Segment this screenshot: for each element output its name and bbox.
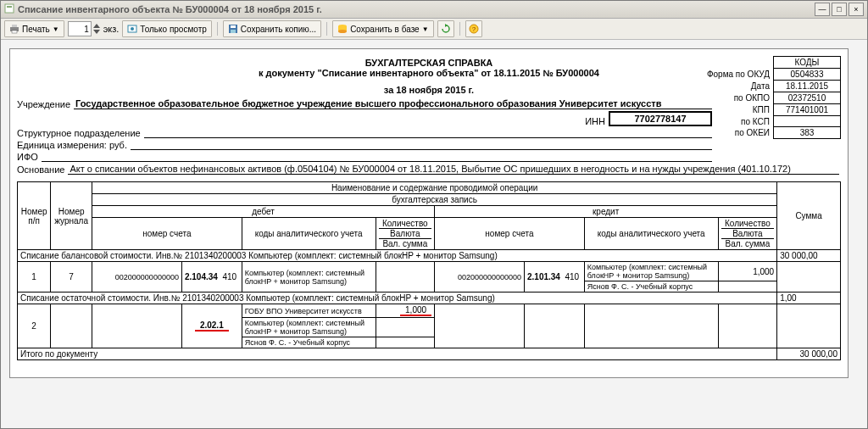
app-icon bbox=[4, 3, 14, 15]
section2-row: Списание остаточной стоимости. Инв.№ 210… bbox=[18, 292, 841, 304]
th-jrn: Номер журнала bbox=[51, 182, 92, 250]
r2-d-anal3: Яснов Ф. С. - Учебный корпус bbox=[242, 337, 376, 348]
maximize-button[interactable]: □ bbox=[832, 3, 847, 16]
section2-sum: 1,00 bbox=[777, 292, 841, 304]
section1-title: Списание балансовой стоимости. Инв.№ 210… bbox=[18, 250, 777, 262]
svg-point-14 bbox=[338, 30, 347, 33]
dept-label: Структурное подразделение bbox=[17, 128, 141, 138]
preview-label: Только просмотр bbox=[140, 25, 206, 34]
svg-rect-4 bbox=[12, 31, 17, 33]
r1-d-anal: Компьютер (комплект: системный блокHP + … bbox=[242, 262, 376, 292]
kpp-label: КПП bbox=[704, 104, 774, 116]
window-title: Списание инвентарного объекта № БУ000004… bbox=[18, 4, 813, 14]
preview-button[interactable]: Только просмотр bbox=[122, 20, 211, 37]
spinner-icon[interactable] bbox=[93, 23, 100, 35]
inn-label: ИНН bbox=[585, 116, 605, 126]
separator bbox=[217, 22, 218, 36]
code-ksp bbox=[774, 116, 841, 127]
svg-rect-3 bbox=[12, 25, 17, 27]
codes-box: КОДЫ Форма по ОКУД0504833 Дата18.11.2015… bbox=[704, 56, 841, 139]
minimize-button[interactable]: — bbox=[815, 3, 830, 16]
form-okud: 0504833 bbox=[774, 69, 841, 81]
refresh-icon bbox=[441, 24, 451, 34]
separator bbox=[326, 22, 327, 36]
r2-d-anal1: ГОБУ ВПО Университет искусств bbox=[242, 304, 376, 318]
copies-input[interactable] bbox=[68, 21, 92, 36]
th-c-anal: коды аналитического учета bbox=[584, 218, 718, 250]
th-d-qty: Количество bbox=[379, 219, 432, 229]
r1-c-qty: 1,000 bbox=[718, 262, 777, 281]
th-d-anal: коды аналитического учета bbox=[242, 218, 376, 250]
help-icon: ? bbox=[469, 24, 479, 34]
help-button[interactable]: ? bbox=[465, 20, 482, 37]
r2-d-qty: 1,000 bbox=[400, 305, 431, 316]
r1-c-sub: 410 bbox=[565, 272, 580, 281]
totals-row: Итого по документу 30 000,00 bbox=[18, 348, 841, 360]
okei-label: по ОКЕИ bbox=[704, 127, 774, 139]
org-label: Учреждение bbox=[17, 99, 70, 109]
th-c-cur: Валюта bbox=[721, 229, 775, 239]
inn-value: 7702778147 bbox=[609, 111, 712, 126]
org-value: Государственное образовательное бюджетно… bbox=[74, 98, 712, 109]
th-entry: бухгалтерская запись bbox=[92, 194, 777, 206]
codes-header: КОДЫ bbox=[774, 57, 841, 69]
r1-c-code: 002000000000000 bbox=[435, 262, 525, 292]
ifo-value bbox=[42, 161, 712, 162]
document-area[interactable]: КОДЫ Форма по ОКУД0504833 Дата18.11.2015… bbox=[1, 40, 867, 428]
dropdown-icon: ▼ bbox=[422, 25, 429, 33]
th-c-vsum: Вал. сумма bbox=[721, 239, 775, 248]
th-credit: кредит bbox=[435, 206, 777, 218]
dropdown-icon: ▼ bbox=[53, 25, 59, 33]
th-d-cur: Валюта bbox=[379, 229, 432, 239]
code-date: 18.11.2015 bbox=[774, 81, 841, 92]
th-no: Номер п/п bbox=[18, 182, 51, 250]
date-label: Дата bbox=[704, 81, 774, 92]
dept-value bbox=[144, 137, 712, 138]
r1-c-anal1: Компьютер (комплект: системный блокHP + … bbox=[584, 262, 718, 281]
code-okpo: 02372510 bbox=[774, 92, 841, 104]
th-c-qty: Количество bbox=[721, 219, 775, 229]
separator bbox=[459, 22, 460, 36]
th-d-acct: номер счета bbox=[92, 218, 242, 250]
th-d-vsum: Вал. сумма bbox=[379, 239, 432, 248]
svg-rect-0 bbox=[5, 4, 14, 13]
titlebar: Списание инвентарного объекта № БУ000004… bbox=[1, 1, 867, 19]
app-window: Списание инвентарного объекта № БУ000004… bbox=[0, 0, 868, 429]
ksp-label: по КСП bbox=[704, 116, 774, 127]
svg-rect-1 bbox=[7, 6, 12, 8]
r2-d-acct: 2.02.1 bbox=[195, 320, 229, 332]
r1-jrn: 7 bbox=[51, 262, 92, 292]
code-kpp: 771401001 bbox=[774, 104, 841, 116]
refresh-button[interactable] bbox=[437, 20, 454, 37]
totals-label: Итого по документу bbox=[18, 348, 777, 360]
r1-c-acct: 2.101.34 bbox=[527, 272, 560, 281]
print-button[interactable]: Печать ▼ bbox=[4, 20, 64, 37]
close-button[interactable]: × bbox=[849, 3, 864, 16]
form-okud-label: Форма по ОКУД bbox=[704, 69, 774, 81]
toolbar: Печать ▼ экз. Только просмотр Сохранить … bbox=[1, 19, 867, 40]
totals-sum: 30 000,00 bbox=[777, 348, 841, 360]
r1-no: 1 bbox=[18, 262, 51, 292]
unit-label: Единица измерения: руб. bbox=[17, 140, 127, 150]
svg-marker-5 bbox=[93, 24, 100, 28]
basis-label: Основание bbox=[17, 164, 64, 175]
db-icon bbox=[337, 24, 348, 34]
print-label: Печать bbox=[22, 25, 50, 34]
copies-spinner[interactable] bbox=[68, 21, 100, 36]
section2-title: Списание остаточной стоимости. Инв.№ 210… bbox=[18, 292, 777, 304]
svg-rect-11 bbox=[231, 30, 236, 33]
th-sum: Сумма bbox=[777, 182, 841, 250]
th-debit: дебет bbox=[92, 206, 435, 218]
copies-suffix: экз. bbox=[103, 24, 120, 34]
okpo-label: по ОКПО bbox=[704, 92, 774, 104]
eye-icon bbox=[127, 24, 137, 34]
entries-table: Номер п/п Номер журнала Наименование и с… bbox=[17, 181, 841, 360]
save-copy-button[interactable]: Сохранить копию... bbox=[223, 20, 321, 37]
th-opname: Наименование и содержание проводимой опе… bbox=[92, 182, 777, 194]
save-copy-label: Сохранить копию... bbox=[241, 25, 316, 34]
save-db-button[interactable]: Сохранить в базе ▼ bbox=[332, 20, 433, 37]
r2-no: 2 bbox=[18, 304, 51, 348]
basis-value: Акт о списании объектов нефинансовых акт… bbox=[68, 164, 839, 175]
disk-icon bbox=[228, 24, 238, 34]
svg-rect-10 bbox=[231, 25, 236, 28]
